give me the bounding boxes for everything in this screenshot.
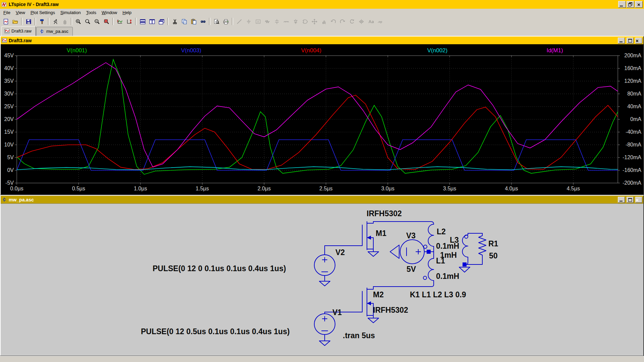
- schematic-minimize-button[interactable]: [618, 197, 625, 203]
- label-l2[interactable]: L2: [437, 227, 446, 236]
- x-tick-label[interactable]: 3.5µs: [443, 186, 456, 191]
- voltage-source-v3-symbol[interactable]: [390, 240, 434, 264]
- minimize-button[interactable]: [618, 1, 626, 8]
- menu-tools[interactable]: Tools: [84, 9, 99, 16]
- plot-maximize-button[interactable]: [627, 38, 634, 44]
- waveform-chart[interactable]: 45V200mA40V160mA35V120mA30V80mA25V40mA20…: [1, 44, 643, 194]
- voltage-source-v1-symbol[interactable]: [314, 312, 335, 346]
- label-v1-pulse[interactable]: PULSE(0 12 0.5us 0.1us 0.1us 0.4us 1us): [141, 327, 290, 336]
- ground-symbol[interactable]: [368, 252, 379, 256]
- cascade-windows-button[interactable]: [157, 17, 166, 26]
- menu-plot-settings[interactable]: Plot Settings: [28, 9, 58, 16]
- label-l1-value[interactable]: 0.1mH: [436, 272, 459, 281]
- restore-button[interactable]: [627, 1, 634, 8]
- y-left-tick-label[interactable]: 35V: [4, 78, 14, 84]
- run-button[interactable]: [51, 17, 60, 26]
- label-coupling-directive[interactable]: K1 L1 L2 L3 0.9: [410, 290, 466, 299]
- autorange-y-axis-button[interactable]: [115, 17, 124, 26]
- x-tick-label[interactable]: 4.0µs: [505, 186, 518, 191]
- schematic-drawing[interactable]: IRFH5302 M1 V3 L2 L3 0.1mH 1mH L1 5V 0.1…: [1, 204, 643, 355]
- cut-button[interactable]: [170, 17, 179, 26]
- paste-button[interactable]: [189, 17, 198, 26]
- y-right-tick-label[interactable]: 160mA: [624, 65, 641, 71]
- label-l2-value[interactable]: 0.1mH: [436, 242, 459, 250]
- tab-draft3-raw[interactable]: Draft3.raw: [1, 26, 36, 36]
- schematic-window-titlebar[interactable]: mw_pa.asc: [1, 196, 643, 203]
- tab-mw_pa-asc[interactable]: mw_pa.asc: [36, 27, 73, 36]
- zoom-full-extents-button[interactable]: [102, 17, 111, 26]
- y-left-tick-label[interactable]: 45V: [4, 53, 14, 58]
- menu-file[interactable]: File: [1, 9, 13, 16]
- label-r1[interactable]: R1: [488, 239, 498, 248]
- x-tick-label[interactable]: 2.5µs: [319, 186, 332, 191]
- pan-button[interactable]: [125, 17, 133, 26]
- trace-label-Id(M1)[interactable]: Id(M1): [546, 47, 563, 54]
- zoom-back-button[interactable]: [83, 17, 92, 26]
- label-v3[interactable]: V3: [406, 231, 416, 240]
- menu-view[interactable]: View: [13, 9, 28, 16]
- y-left-tick-label[interactable]: 15V: [4, 129, 14, 135]
- y-left-tick-label[interactable]: -5V: [5, 180, 14, 186]
- save-button[interactable]: [24, 17, 33, 26]
- label-v3-value[interactable]: 5V: [407, 265, 416, 274]
- y-left-tick-label[interactable]: 40V: [4, 65, 14, 71]
- tile-vertically-button[interactable]: [148, 17, 156, 26]
- new-schematic-button[interactable]: [1, 17, 10, 26]
- plot-close-button[interactable]: [635, 38, 642, 44]
- y-right-tick-label[interactable]: 120mA: [624, 78, 641, 84]
- print-button[interactable]: [221, 17, 230, 26]
- drain-rail-bottom[interactable]: [373, 281, 434, 287]
- schematic-maximize-button[interactable]: [627, 197, 634, 203]
- copy-button[interactable]: [180, 17, 189, 26]
- trace-label-V(n003)[interactable]: V(n003): [181, 47, 201, 54]
- waveform-pane[interactable]: 45V200mA40V160mA35V120mA30V80mA25V40mA20…: [1, 44, 643, 194]
- y-left-tick-label[interactable]: 25V: [4, 104, 14, 109]
- y-left-tick-label[interactable]: 30V: [4, 91, 14, 97]
- y-left-tick-label[interactable]: 0V: [7, 167, 14, 173]
- x-tick-label[interactable]: 3.0µs: [381, 186, 394, 191]
- inductor-l3-symbol[interactable]: [463, 235, 468, 257]
- inductor-l1-symbol[interactable]: [423, 258, 434, 281]
- secondary-bottom-wire[interactable]: [466, 257, 482, 264]
- close-button[interactable]: [635, 1, 643, 8]
- drain-rail-top[interactable]: [373, 222, 434, 224]
- y-right-tick-label[interactable]: -200mA: [623, 180, 641, 186]
- label-v2-pulse[interactable]: PULSE(0 12 0 0.1us 0.1us 0.4us 1us): [153, 264, 286, 273]
- label-r1-value[interactable]: 50: [489, 251, 498, 260]
- label-m2-model[interactable]: IRFH5302: [373, 306, 408, 314]
- resistor-r1-symbol[interactable]: [479, 233, 486, 258]
- menu-help[interactable]: Help: [120, 9, 134, 16]
- secondary-top-wire[interactable]: [468, 233, 482, 235]
- control-panel-button[interactable]: [38, 17, 46, 26]
- menu-window[interactable]: Window: [99, 9, 120, 16]
- open-button[interactable]: [11, 17, 19, 26]
- find-button[interactable]: [199, 17, 207, 26]
- y-right-tick-label[interactable]: -80mA: [626, 142, 641, 147]
- trace-label-V(n002)[interactable]: V(n002): [427, 47, 447, 54]
- x-tick-label[interactable]: 2.0µs: [258, 186, 271, 191]
- label-tran-directive[interactable]: .tran 5us: [343, 331, 375, 340]
- y-left-tick-label[interactable]: 10V: [4, 142, 14, 147]
- ground-symbol[interactable]: [459, 267, 470, 272]
- zoom-in-button[interactable]: [74, 17, 83, 26]
- trace-label-V(n001)[interactable]: V(n001): [67, 47, 87, 54]
- voltage-source-v2-symbol[interactable]: [314, 246, 335, 286]
- x-tick-label[interactable]: 0.5µs: [72, 186, 85, 191]
- plot-window-titlebar[interactable]: Draft3.raw: [1, 37, 643, 44]
- label-m1-model[interactable]: IRFH5302: [367, 209, 402, 218]
- x-tick-label[interactable]: 1.5µs: [196, 186, 209, 191]
- print-preview-button[interactable]: [212, 17, 221, 26]
- plot-minimize-button[interactable]: [618, 38, 625, 44]
- tile-horizontally-button[interactable]: [138, 17, 147, 26]
- schematic-close-button[interactable]: [635, 197, 642, 203]
- ground-symbol[interactable]: [368, 318, 379, 323]
- y-right-tick-label[interactable]: 200mA: [624, 53, 641, 58]
- trace-label-V(n004)[interactable]: V(n004): [301, 47, 321, 54]
- ground-symbol[interactable]: [390, 245, 399, 258]
- x-tick-label[interactable]: 1.0µs: [134, 186, 147, 191]
- y-right-tick-label[interactable]: -40mA: [626, 129, 641, 135]
- y-right-tick-label[interactable]: 40mA: [627, 104, 641, 109]
- inductor-l2-symbol[interactable]: [424, 224, 434, 248]
- y-left-tick-label[interactable]: 20V: [4, 116, 14, 122]
- x-tick-label[interactable]: 0.0µs: [10, 186, 23, 191]
